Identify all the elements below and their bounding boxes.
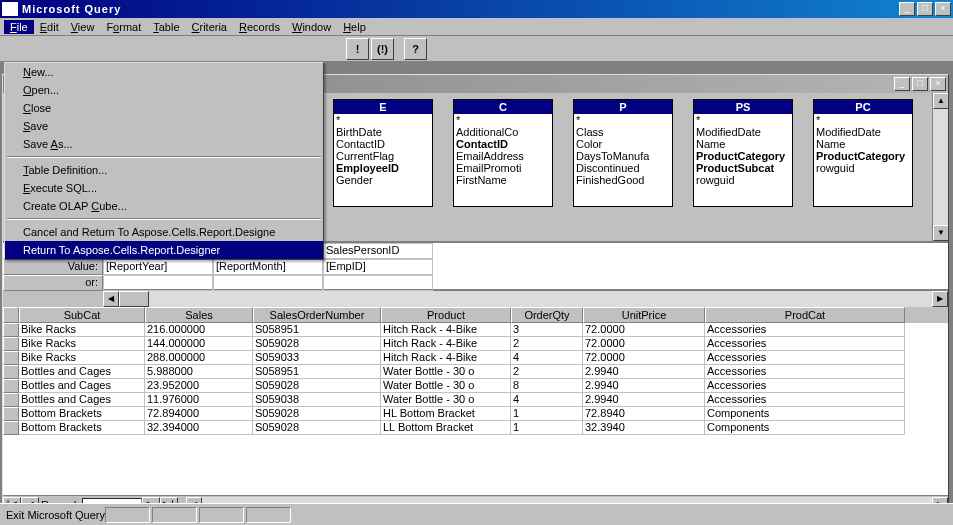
grid-cell[interactable]: 32.394000: [145, 421, 253, 435]
scroll-up-icon[interactable]: ▲: [933, 93, 948, 109]
criteria-scroll-right-icon[interactable]: ▶: [932, 291, 948, 307]
table-field[interactable]: EmployeeID: [334, 162, 432, 174]
criteria-or-cell[interactable]: [103, 275, 213, 291]
table-field[interactable]: Class: [574, 126, 672, 138]
row-header[interactable]: [3, 323, 19, 337]
criteria-value-cell[interactable]: [EmpID]: [323, 259, 433, 275]
criteria-value-cell[interactable]: [ReportYear]: [103, 259, 213, 275]
file-menu-item[interactable]: Return To Aspose.Cells.Report.Designer: [5, 241, 323, 259]
grid-cell[interactable]: S059038: [253, 393, 381, 407]
table-field[interactable]: Name: [694, 138, 792, 150]
grid-column-header[interactable]: OrderQty: [511, 307, 583, 323]
table-field[interactable]: Gender: [334, 174, 432, 186]
grid-column-header[interactable]: UnitPrice: [583, 307, 705, 323]
minimize-button[interactable]: _: [899, 2, 915, 16]
table-field[interactable]: *: [694, 114, 792, 126]
grid-scroll-right-icon[interactable]: ▶: [932, 497, 948, 504]
grid-column-header[interactable]: SubCat: [19, 307, 145, 323]
grid-cell[interactable]: S059028: [253, 421, 381, 435]
grid-cell[interactable]: HL Bottom Bracket: [381, 407, 511, 421]
row-header[interactable]: [3, 379, 19, 393]
grid-cell[interactable]: S059028: [253, 407, 381, 421]
menu-records[interactable]: Records: [233, 20, 286, 34]
row-header[interactable]: [3, 365, 19, 379]
table-field[interactable]: Color: [574, 138, 672, 150]
row-header[interactable]: [3, 421, 19, 435]
query-close-button[interactable]: ×: [930, 77, 946, 91]
grid-hscroll[interactable]: ◀ ▶: [186, 497, 948, 504]
criteria-value-cell[interactable]: [ReportMonth]: [213, 259, 323, 275]
grid-column-header[interactable]: Sales: [145, 307, 253, 323]
grid-cell[interactable]: LL Bottom Bracket: [381, 421, 511, 435]
file-menu-item[interactable]: Create OLAP Cube...: [5, 197, 323, 215]
criteria-or-cell[interactable]: [213, 275, 323, 291]
close-button[interactable]: ×: [935, 2, 951, 16]
nav-first-button[interactable]: |◀: [3, 497, 21, 504]
grid-cell[interactable]: S059028: [253, 379, 381, 393]
menu-table[interactable]: Table: [147, 20, 185, 34]
query-minimize-button[interactable]: _: [894, 77, 910, 91]
criteria-scroll-left-icon[interactable]: ◀: [103, 291, 119, 307]
table-row[interactable]: Bike Racks216.000000S058951Hitch Rack - …: [3, 323, 948, 337]
grid-cell[interactable]: S058951: [253, 323, 381, 337]
grid-cell[interactable]: Accessories: [705, 323, 905, 337]
file-menu-item[interactable]: Table Definition...: [5, 161, 323, 179]
row-header[interactable]: [3, 337, 19, 351]
table-field[interactable]: Name: [814, 138, 912, 150]
grid-cell[interactable]: Water Bottle - 30 o: [381, 365, 511, 379]
grid-cell[interactable]: 2.9940: [583, 379, 705, 393]
grid-cell[interactable]: 5.988000: [145, 365, 253, 379]
maximize-button[interactable]: □: [917, 2, 933, 16]
grid-cell[interactable]: Components: [705, 407, 905, 421]
table-field[interactable]: Discontinued: [574, 162, 672, 174]
table-row[interactable]: Bottom Brackets32.394000S059028LL Bottom…: [3, 421, 948, 435]
grid-cell[interactable]: Bike Racks: [19, 337, 145, 351]
grid-cell[interactable]: 4: [511, 351, 583, 365]
grid-cell[interactable]: Bike Racks: [19, 351, 145, 365]
table-header[interactable]: PS: [694, 100, 792, 114]
criteria-field-cell[interactable]: SalesPersonID: [323, 243, 433, 259]
grid-cell[interactable]: S059033: [253, 351, 381, 365]
grid-cell[interactable]: Components: [705, 421, 905, 435]
row-header[interactable]: [3, 393, 19, 407]
table-row[interactable]: Bike Racks144.000000S059028Hitch Rack - …: [3, 337, 948, 351]
grid-cell[interactable]: S058951: [253, 365, 381, 379]
file-menu-item[interactable]: New...: [5, 63, 323, 81]
table-box[interactable]: E*BirthDateContactIDCurrentFlagEmployeeI…: [333, 99, 433, 207]
menu-view[interactable]: View: [65, 20, 101, 34]
table-field[interactable]: *: [814, 114, 912, 126]
menu-file[interactable]: File: [4, 20, 34, 34]
table-header[interactable]: PC: [814, 100, 912, 114]
grid-cell[interactable]: Accessories: [705, 351, 905, 365]
grid-cell[interactable]: 11.976000: [145, 393, 253, 407]
grid-cell[interactable]: 288.000000: [145, 351, 253, 365]
table-header[interactable]: E: [334, 100, 432, 114]
grid-cell[interactable]: 2: [511, 337, 583, 351]
grid-cell[interactable]: Accessories: [705, 393, 905, 407]
table-field[interactable]: FinishedGood: [574, 174, 672, 186]
table-box[interactable]: C*AdditionalCoContactIDEmailAddressEmail…: [453, 99, 553, 207]
grid-cell[interactable]: Bottom Brackets: [19, 421, 145, 435]
file-menu-item[interactable]: Cancel and Return To Aspose.Cells.Report…: [5, 223, 323, 241]
grid-cell[interactable]: 4: [511, 393, 583, 407]
grid-cell[interactable]: Accessories: [705, 379, 905, 393]
grid-column-header[interactable]: Product: [381, 307, 511, 323]
table-field[interactable]: *: [334, 114, 432, 126]
toolbar-run-paren-icon[interactable]: (!): [371, 38, 394, 60]
row-header[interactable]: [3, 407, 19, 421]
menu-window[interactable]: Window: [286, 20, 337, 34]
menu-help[interactable]: Help: [337, 20, 372, 34]
file-menu-item[interactable]: Execute SQL...: [5, 179, 323, 197]
menu-format[interactable]: Format: [100, 20, 147, 34]
table-field[interactable]: DaysToManufa: [574, 150, 672, 162]
grid-cell[interactable]: Accessories: [705, 365, 905, 379]
grid-scroll-left-icon[interactable]: ◀: [186, 497, 202, 504]
menu-criteria[interactable]: Criteria: [186, 20, 233, 34]
table-header[interactable]: P: [574, 100, 672, 114]
table-field[interactable]: BirthDate: [334, 126, 432, 138]
table-field[interactable]: rowguid: [694, 174, 792, 186]
criteria-or-cell[interactable]: [323, 275, 433, 291]
grid-cell[interactable]: 1: [511, 421, 583, 435]
grid-cell[interactable]: Hitch Rack - 4-Bike: [381, 323, 511, 337]
table-field[interactable]: ContactID: [454, 138, 552, 150]
